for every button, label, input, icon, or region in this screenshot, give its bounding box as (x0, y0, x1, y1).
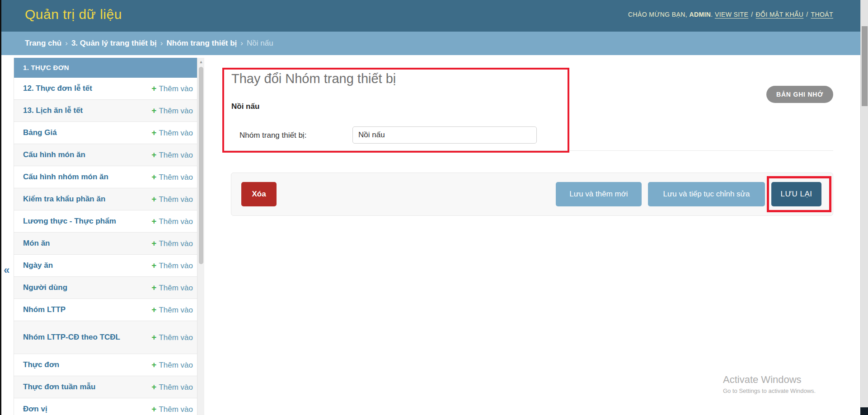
sidebar-item-link[interactable]: Ngày ăn (23, 261, 53, 271)
sidebar-add-link[interactable]: +Thêm vào (151, 360, 193, 370)
plus-icon: + (151, 238, 156, 248)
sidebar-scrollbar-thumb[interactable] (199, 67, 203, 264)
link-separator: / (806, 11, 808, 18)
sidebar-item[interactable]: Thực đơn tuần mẫu+Thêm vào (14, 376, 197, 398)
change-password-link[interactable]: ĐỔI MẬT KHẨU (756, 11, 804, 18)
sidebar-add-link[interactable]: +Thêm vào (151, 194, 193, 204)
save-and-add-button[interactable]: Lưu và thêm mới (556, 182, 642, 206)
delete-button[interactable]: Xóa (241, 182, 277, 206)
sidebar-add-link[interactable]: +Thêm vào (151, 382, 193, 392)
sidebar-add-link[interactable]: +Thêm vào (151, 404, 193, 414)
plus-icon: + (151, 332, 156, 342)
page-scrollbar-thumb[interactable] (862, 26, 868, 106)
scrollbar-corner (860, 407, 868, 415)
sidebar-item[interactable]: Bảng Giá+Thêm vào (14, 122, 197, 144)
logout-link[interactable]: THOÁT (811, 11, 833, 18)
sidebar-add-link[interactable]: +Thêm vào (151, 305, 193, 315)
sidebar-item-link[interactable]: Người dùng (23, 283, 67, 293)
sidebar-add-link[interactable]: +Thêm vào (151, 216, 193, 226)
plus-icon: + (151, 150, 156, 159)
sidebar-item[interactable]: Món ăn+Thêm vào (14, 233, 197, 255)
sidebar-item[interactable]: Kiểm tra khẩu phần ăn+Thêm vào (14, 188, 197, 210)
plus-icon: + (151, 261, 156, 270)
breadcrumb-separator: › (65, 39, 68, 47)
app-header: Quản trị dữ liệu CHÀO MỪNG BẠN, ADMIN. V… (1, 0, 868, 32)
sidebar-item[interactable]: Cấu hình món ăn+Thêm vào (14, 144, 197, 166)
sidebar: 1. THỰC ĐƠN 12. Thực đơn lễ tết+Thêm vào… (14, 58, 197, 415)
history-button[interactable]: BẢN GHI NHỚ (766, 86, 833, 103)
plus-icon: + (151, 216, 156, 226)
sidebar-item-link[interactable]: Bảng Giá (23, 128, 57, 138)
sidebar-item-list: 12. Thực đơn lễ tết+Thêm vào13. Lịch ăn … (14, 78, 197, 415)
sidebar-item-link[interactable]: Nhóm LTTP (23, 305, 66, 315)
page-scrollbar[interactable] (860, 0, 868, 415)
sidebar-item[interactable]: 13. Lịch ăn lễ tết+Thêm vào (14, 100, 197, 122)
windows-activation-watermark: Activate Windows Go to Settings to activ… (723, 374, 816, 394)
sidebar-item-link[interactable]: Thực đơn (23, 360, 59, 370)
breadcrumb-separator: › (240, 39, 243, 47)
sidebar-scrollbar[interactable]: ▲ (197, 58, 204, 415)
sidebar-add-link[interactable]: +Thêm vào (151, 283, 193, 293)
watermark-line1: Activate Windows (723, 374, 816, 386)
sidebar-item-link[interactable]: 12. Thực đơn lễ tết (23, 84, 92, 94)
breadcrumb-model[interactable]: Nhóm trang thiết bị (167, 39, 237, 47)
sidebar-item[interactable]: Thực đơn+Thêm vào (14, 354, 197, 376)
plus-icon: + (151, 172, 156, 182)
plus-icon: + (151, 84, 156, 93)
screen: Quản trị dữ liệu CHÀO MỪNG BẠN, ADMIN. V… (0, 0, 868, 415)
sidebar-add-link[interactable]: +Thêm vào (151, 261, 193, 270)
annotation-box-form (222, 68, 569, 153)
plus-icon: + (151, 360, 156, 369)
sidebar-item[interactable]: Ngày ăn+Thêm vào (14, 255, 197, 277)
plus-icon: + (151, 404, 156, 414)
breadcrumb-separator: › (160, 39, 163, 47)
sidebar-add-link[interactable]: +Thêm vào (151, 172, 193, 182)
scroll-up-icon[interactable]: ▲ (197, 60, 205, 64)
sidebar-item[interactable]: Nhóm LTTP-CĐ theo TCĐL+Thêm vào (14, 321, 197, 354)
plus-icon: + (151, 283, 156, 292)
sidebar-item-link[interactable]: Cấu hình món ăn (23, 150, 85, 160)
sidebar-item-link[interactable]: Đơn vị (23, 404, 47, 415)
sidebar-item-link[interactable]: 13. Lịch ăn lễ tết (23, 106, 83, 116)
sidebar-add-link[interactable]: +Thêm vào (151, 106, 193, 116)
window-left-border (0, 0, 1, 415)
sidebar-item-link[interactable]: Món ăn (23, 238, 50, 249)
sidebar-add-link[interactable]: +Thêm vào (151, 128, 193, 138)
breadcrumb-current: Nồi nấu (247, 39, 273, 47)
sidebar-item-link[interactable]: Kiểm tra khẩu phần ăn (23, 194, 105, 205)
breadcrumb: Trang chủ›3. Quản lý trang thiết bị›Nhóm… (1, 32, 868, 55)
sidebar-item-link[interactable]: Thực đơn tuần mẫu (23, 382, 95, 392)
sidebar-item[interactable]: Cấu hình nhóm món ăn+Thêm vào (14, 166, 197, 188)
app-title[interactable]: Quản trị dữ liệu (25, 7, 122, 22)
sidebar-item-link[interactable]: Nhóm LTTP-CĐ theo TCĐL (23, 332, 120, 343)
user-tools: CHÀO MỪNG BẠN, ADMIN. VIEW SITE/ĐỔI MẬT … (628, 11, 833, 18)
sidebar-item[interactable]: 12. Thực đơn lễ tết+Thêm vào (14, 78, 197, 100)
sidebar-item[interactable]: Lương thực - Thực phẩm+Thêm vào (14, 210, 197, 233)
annotation-box-save-button (767, 176, 831, 212)
sidebar-add-link[interactable]: +Thêm vào (151, 84, 193, 93)
sidebar-collapse-icon[interactable]: « (4, 264, 9, 276)
plus-icon: + (151, 382, 156, 392)
sidebar-add-link[interactable]: +Thêm vào (151, 238, 193, 248)
link-separator: / (751, 11, 753, 18)
sidebar-add-link[interactable]: +Thêm vào (151, 332, 193, 342)
watermark-line2: Go to Settings to activate Windows. (723, 387, 816, 394)
username: ADMIN (689, 11, 711, 18)
sidebar-add-link[interactable]: +Thêm vào (151, 150, 193, 160)
breadcrumb-app[interactable]: 3. Quản lý trang thiết bị (71, 39, 157, 47)
save-and-continue-button[interactable]: Lưu và tiếp tục chỉnh sửa (648, 182, 765, 206)
plus-icon: + (151, 305, 156, 314)
plus-icon: + (151, 128, 156, 137)
sidebar-item[interactable]: Người dùng+Thêm vào (14, 277, 197, 299)
sidebar-item-link[interactable]: Lương thực - Thực phẩm (23, 216, 116, 227)
plus-icon: + (151, 194, 156, 204)
sidebar-item-link[interactable]: Cấu hình nhóm món ăn (23, 172, 108, 182)
sidebar-item-selected[interactable]: 1. THỰC ĐƠN (14, 58, 197, 78)
sidebar-item[interactable]: Đơn vị+Thêm vào (14, 398, 197, 415)
sidebar-item[interactable]: Nhóm LTTP+Thêm vào (14, 299, 197, 321)
welcome-text: CHÀO MỪNG BẠN, ADMIN. (628, 11, 713, 18)
sidebar-selected-label: 1. THỰC ĐƠN (23, 64, 69, 71)
submit-row: Xóa Lưu và thêm mới Lưu và tiếp tục chỉn… (231, 173, 833, 216)
view-site-link[interactable]: VIEW SITE (715, 11, 748, 18)
breadcrumb-home[interactable]: Trang chủ (25, 39, 61, 47)
